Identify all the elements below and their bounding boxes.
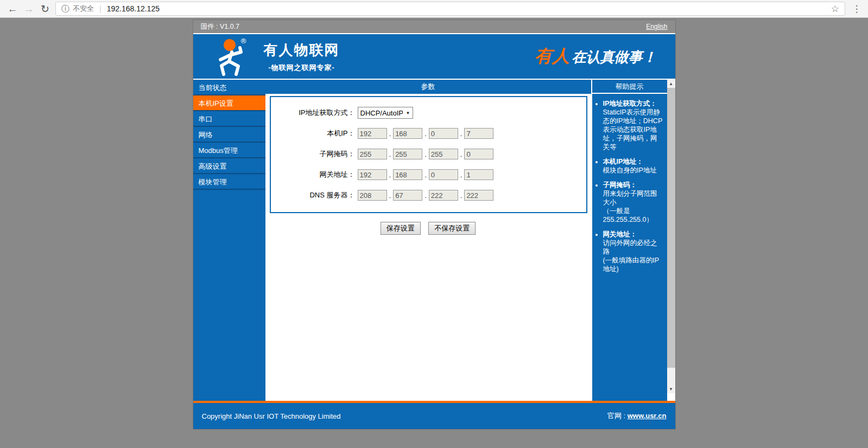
local-ip-octet-1 (358, 128, 387, 139)
brand-slogan: 有人 在认真做事！ (535, 44, 664, 68)
browser-menu-icon[interactable]: ⋮ (850, 3, 864, 15)
subnet-mask-label: 子网掩码： (271, 149, 358, 159)
scroll-down-icon[interactable]: ▼ (667, 385, 675, 393)
svg-text:®: ® (240, 37, 247, 45)
local-ip-octet-2 (393, 128, 422, 139)
save-settings-button[interactable]: 保存设置 (381, 222, 421, 235)
ip-mode-select[interactable]: DHCP/AutoIP (358, 107, 413, 119)
help-desc: 用来划分子网范围大小 （一般是 255.255.255.0） (603, 189, 664, 224)
help-desc: 访问外网的必经之路 (一般填路由器的IP地址) (603, 239, 664, 273)
scrollbar-column: ▲ ▼ (667, 80, 675, 401)
dns-label: DNS 服务器： (271, 190, 358, 200)
subnet-octet-3 (429, 149, 458, 159)
dot-separator: . (425, 171, 427, 179)
dot-separator: . (389, 130, 391, 138)
back-icon[interactable]: ← (4, 4, 21, 14)
dns-octet-1 (358, 190, 387, 201)
forward-icon: → (21, 4, 37, 14)
slogan-rest: 在认真做事！ (572, 49, 657, 65)
browser-toolbar: ← → ↻ ⓘ 不安全 | 192.168.12.125 ☆ ⋮ (0, 0, 868, 18)
sidebar-item-module-management[interactable]: 模块管理 (193, 174, 265, 190)
usr-logo-icon: ® (215, 37, 250, 76)
help-panel-title: 帮助提示 (592, 80, 667, 94)
local-ip-label: 本机IP： (271, 129, 358, 138)
address-separator: | (99, 4, 102, 13)
slogan-highlight: 有人 (535, 46, 569, 66)
subnet-octet-1 (358, 149, 387, 159)
form-row-gateway: 网关地址： . . . (271, 164, 586, 185)
help-list: IP地址获取方式： StaticIP表示使用静态的IP地址；DHCP表示动态获取… (592, 94, 667, 273)
ip-mode-select-wrap: DHCP/AutoIP ▼ (358, 107, 413, 119)
url-text[interactable]: 192.168.12.125 (107, 4, 831, 13)
gateway-octet-2 (393, 169, 422, 180)
device-config-page: 固件 : V1.0.7 English ® 有人物联网 -物联网之联网专家- 有… (193, 20, 676, 430)
help-desc: 模块自身的IP地址 (603, 166, 664, 175)
dot-separator: . (460, 130, 462, 138)
dot-separator: . (460, 171, 462, 179)
copyright-text: Copyright JiNan Usr IOT Technology Limit… (202, 412, 341, 420)
firmware-bar: 固件 : V1.0.7 English (193, 20, 675, 34)
panel-title: 参数 (265, 80, 591, 94)
gateway-octet-4 (464, 169, 493, 180)
form-row-ip-mode: IP地址获取方式： DHCP/AutoIP ▼ (271, 103, 586, 123)
sidebar-menu: 当前状态 本机IP设置 串口 网络 Modbus管理 高级设置 模块管理 (193, 80, 265, 401)
sidebar-item-advanced[interactable]: 高级设置 (193, 158, 265, 174)
vertical-scrollbar[interactable]: ▲ ▼ (667, 80, 675, 393)
settings-panel: 参数 IP地址获取方式： DHCP/AutoIP ▼ 本机IP： . (265, 80, 591, 401)
site-link-block: 官网 : www.usr.cn (607, 411, 667, 421)
brand-title-block: 有人物联网 -物联网之联网专家- (264, 41, 340, 73)
scroll-up-icon[interactable]: ▲ (667, 80, 675, 88)
sidebar-item-serial-port[interactable]: 串口 (193, 111, 265, 127)
firmware-version: 固件 : V1.0.7 (201, 22, 240, 31)
dot-separator: . (425, 191, 427, 200)
form-row-local-ip: 本机IP： . . . (271, 123, 586, 144)
ip-settings-form: IP地址获取方式： DHCP/AutoIP ▼ 本机IP： . . (270, 96, 587, 213)
dot-separator: . (389, 150, 391, 158)
help-term: 网关地址： (603, 231, 637, 238)
help-item: 子网掩码： 用来划分子网范围大小 （一般是 255.255.255.0） (603, 181, 664, 224)
help-term: IP地址获取方式： (603, 100, 657, 107)
bookmark-star-icon[interactable]: ☆ (831, 3, 839, 15)
usr-website-link[interactable]: www.usr.cn (628, 412, 667, 420)
local-ip-octet-4 (464, 128, 493, 139)
subnet-octet-4 (464, 149, 493, 159)
security-label: 不安全 (73, 4, 94, 14)
brand-title: 有人物联网 (264, 41, 340, 60)
dot-separator: . (460, 150, 462, 158)
site-label: 官网 : (607, 412, 628, 420)
page-footer: Copyright JiNan Usr IOT Technology Limit… (193, 401, 675, 429)
scrollbar-thumb[interactable] (667, 88, 675, 368)
help-desc: StaticIP表示使用静态的IP地址；DHCP表示动态获取IP地址，子网掩码，… (603, 108, 664, 151)
form-row-dns: DNS 服务器： . . . (271, 185, 586, 206)
refresh-icon[interactable]: ↻ (37, 4, 53, 14)
english-link[interactable]: English (646, 23, 667, 30)
dot-separator: . (425, 130, 427, 138)
local-ip-octet-3 (429, 128, 458, 139)
gateway-label: 网关地址： (271, 170, 358, 180)
help-item: IP地址获取方式： StaticIP表示使用静态的IP地址；DHCP表示动态获取… (603, 99, 664, 151)
dot-separator: . (425, 150, 427, 158)
dns-octet-4 (464, 190, 493, 201)
dot-separator: . (389, 191, 391, 200)
dot-separator: . (389, 171, 391, 179)
discard-settings-button[interactable]: 不保存设置 (428, 222, 476, 235)
gateway-octet-3 (429, 169, 458, 180)
dot-separator: . (460, 191, 462, 200)
help-item: 本机IP地址： 模块自身的IP地址 (603, 157, 664, 175)
sidebar-item-network[interactable]: 网络 (193, 127, 265, 143)
address-bar[interactable]: ⓘ 不安全 | 192.168.12.125 ☆ (55, 2, 845, 16)
sidebar-item-current-status[interactable]: 当前状态 (193, 80, 265, 95)
info-icon[interactable]: ⓘ (61, 4, 69, 14)
dns-octet-3 (429, 190, 458, 201)
subnet-octet-2 (393, 149, 422, 159)
help-term: 本机IP地址： (603, 158, 643, 165)
help-term: 子网掩码： (603, 181, 637, 189)
gateway-octet-1 (358, 169, 387, 180)
form-buttons: 保存设置 不保存设置 (265, 222, 591, 235)
dns-octet-2 (393, 190, 422, 201)
sidebar-item-modbus[interactable]: Modbus管理 (193, 143, 265, 158)
help-item: 网关地址： 访问外网的必经之路 (一般填路由器的IP地址) (603, 230, 664, 273)
main-area: 当前状态 本机IP设置 串口 网络 Modbus管理 高级设置 模块管理 参数 … (193, 80, 675, 401)
sidebar-item-local-ip-settings[interactable]: 本机IP设置 (193, 95, 265, 111)
form-row-subnet-mask: 子网掩码： . . . (271, 144, 586, 164)
